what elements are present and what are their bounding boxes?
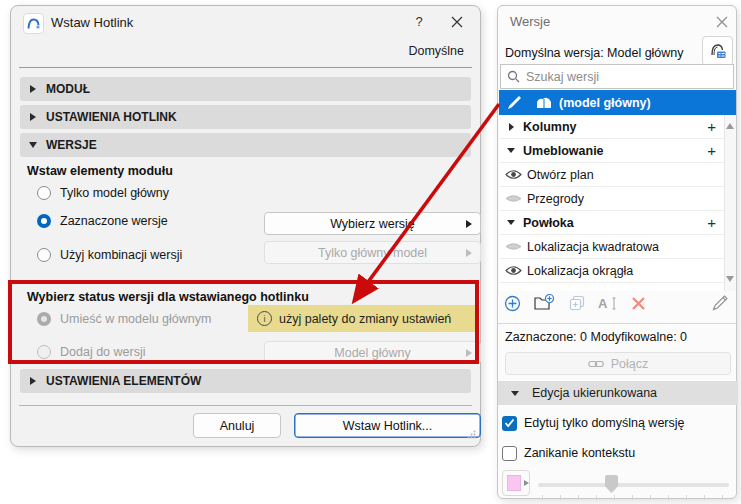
divider xyxy=(19,67,472,68)
color-swatch xyxy=(507,475,521,491)
checkbox-label: Zanikanie kontekstu xyxy=(524,446,635,460)
radio-place-in-main-model: Umieść w modelu głównym xyxy=(37,311,211,327)
tree-item-lokalizacja-kwadratowa[interactable]: Lokalizacja kwadratowa xyxy=(499,235,724,259)
scroll-down-icon[interactable] xyxy=(726,276,734,282)
chevron-right-icon xyxy=(20,377,46,385)
favorites-label[interactable]: Domyślne xyxy=(408,44,464,58)
radio-icon[interactable] xyxy=(37,248,51,262)
chevron-down-icon[interactable] xyxy=(499,220,523,225)
slider-tick xyxy=(650,495,651,500)
section-wersje[interactable]: WERSJE xyxy=(20,133,471,157)
fade-slider-track[interactable] xyxy=(538,483,729,487)
new-folder-icon[interactable] xyxy=(534,294,556,316)
chevron-right-icon xyxy=(20,113,46,121)
tree-item-lokalizacja-okragla[interactable]: Lokalizacja okrągła xyxy=(499,259,724,283)
close-icon[interactable] xyxy=(447,12,467,32)
resize-grip[interactable] xyxy=(467,425,476,443)
status-group-label: Wybierz status wersji dla wstawianego ho… xyxy=(27,290,309,304)
section-modul[interactable]: MODUŁ xyxy=(20,77,471,101)
versions-list: (model główny) Kolumny + Umeblowanie + O… xyxy=(499,90,736,291)
choose-version-button[interactable]: Wybierz wersję xyxy=(264,212,481,235)
radio-main-model-only[interactable]: Tylko model główny xyxy=(37,185,169,201)
radio-label: Zaznaczone wersje xyxy=(60,214,168,228)
fade-slider-thumb[interactable] xyxy=(605,475,618,493)
connect-button-disabled: Połącz xyxy=(505,352,731,375)
tree-group-umeblowanie[interactable]: Umeblowanie + xyxy=(499,139,724,163)
fade-color-picker[interactable] xyxy=(502,470,530,496)
item-label: Lokalizacja okrągła xyxy=(527,264,633,278)
insert-hotlink-button[interactable]: Wstaw Hotlink... xyxy=(294,413,481,438)
insert-group-label: Wstaw elementy modułu xyxy=(27,164,173,178)
delete-version-icon[interactable] xyxy=(631,296,646,315)
item-label: Przegrody xyxy=(527,192,584,206)
slider-tick xyxy=(668,495,669,500)
tree-group-kolumny[interactable]: Kolumny + xyxy=(499,115,724,139)
pencil-icon xyxy=(499,95,529,110)
archicad-logo-icon xyxy=(23,13,44,34)
add-version-icon[interactable]: + xyxy=(707,119,716,134)
edit-pencil-icon[interactable] xyxy=(712,295,728,315)
flyout-arrow-icon xyxy=(466,220,472,228)
section-label: USTAWIENIA HOTLINK xyxy=(46,110,177,124)
radio-label: Umieść w modelu głównym xyxy=(60,312,211,326)
eye-hidden-icon[interactable] xyxy=(499,193,527,204)
palette-title: Wersje xyxy=(510,14,550,29)
scrollbar[interactable] xyxy=(724,115,736,291)
item-label: Otwórz plan xyxy=(527,168,594,182)
flyout-arrow-icon xyxy=(466,249,472,257)
section-label: USTAWIENIA ELEMENTÓW xyxy=(46,374,201,388)
radio-selected-versions[interactable]: Zaznaczone wersje xyxy=(37,213,168,229)
scroll-up-icon[interactable] xyxy=(726,123,734,129)
checkbox-unchecked-icon[interactable] xyxy=(502,446,517,461)
eye-visible-icon[interactable] xyxy=(499,265,527,276)
radio-label: Dodaj do wersji xyxy=(60,345,145,359)
radio-label: Użyj kombinacji wersji xyxy=(60,248,182,262)
targeted-editing-header[interactable]: Edycja ukierunkowana xyxy=(498,381,738,405)
search-icon xyxy=(507,70,520,83)
flyout-arrow-icon xyxy=(466,349,472,357)
radio-version-combination[interactable]: Użyj kombinacji wersji xyxy=(37,247,182,263)
slider-tick xyxy=(578,495,579,500)
module-icon xyxy=(529,96,559,109)
chevron-right-icon[interactable] xyxy=(499,123,523,131)
default-version-label: Domyślna wersja: Model główny xyxy=(505,46,684,60)
checkbox-context-fade[interactable]: Zanikanie kontekstu xyxy=(502,445,635,461)
help-button[interactable]: ? xyxy=(409,14,429,29)
checkbox-checked-icon[interactable] xyxy=(502,416,517,431)
tree-item-przegrody[interactable]: Przegrody xyxy=(499,187,724,211)
eye-hidden-icon[interactable] xyxy=(499,241,527,252)
divider xyxy=(19,405,472,406)
info-icon: i xyxy=(257,311,272,326)
palette-close-icon[interactable] xyxy=(714,14,730,30)
section-ustawienia-elementow[interactable]: USTAWIENIA ELEMENTÓW xyxy=(20,369,471,393)
button-label: Połącz xyxy=(611,357,649,371)
slider-tick xyxy=(614,495,615,500)
arc-list-icon xyxy=(709,42,727,60)
tree-group-powloka[interactable]: Powłoka + xyxy=(499,211,724,235)
link-icon xyxy=(588,359,604,369)
chevron-down-icon[interactable] xyxy=(499,148,523,153)
note-text: użyj palety do zmiany ustawień xyxy=(279,312,451,326)
selection-status-text: Zaznaczone: 0 Modyfikowalne: 0 xyxy=(505,330,687,344)
chevron-right-icon xyxy=(20,85,46,93)
section-ustawienia-hotlink[interactable]: USTAWIENIA HOTLINK xyxy=(20,105,471,129)
radio-icon[interactable] xyxy=(37,214,51,228)
flyout-arrow-icon xyxy=(524,480,529,486)
radio-icon[interactable] xyxy=(37,186,51,200)
tree-item-otworz-plan[interactable]: Otwórz plan xyxy=(499,163,724,187)
list-item-selected[interactable]: (model główny) xyxy=(499,90,736,115)
eye-visible-icon[interactable] xyxy=(499,169,527,180)
search-input[interactable] xyxy=(526,70,727,84)
new-version-icon[interactable] xyxy=(504,295,521,316)
version-settings-button[interactable] xyxy=(702,36,733,66)
add-version-icon[interactable]: + xyxy=(707,215,716,230)
search-box[interactable] xyxy=(500,64,734,89)
slider-tick xyxy=(686,495,687,500)
button-label: Wybierz wersję xyxy=(330,217,415,231)
palette-toolbar: A xyxy=(504,292,732,318)
checkbox-edit-default-only[interactable]: Edytuj tylko domyślną wersję xyxy=(502,415,684,431)
add-version-icon[interactable]: + xyxy=(707,143,716,158)
add-version-dropdown-disabled: Model główny xyxy=(264,341,481,364)
cancel-button[interactable]: Anuluj xyxy=(193,413,281,438)
divider xyxy=(498,323,738,324)
